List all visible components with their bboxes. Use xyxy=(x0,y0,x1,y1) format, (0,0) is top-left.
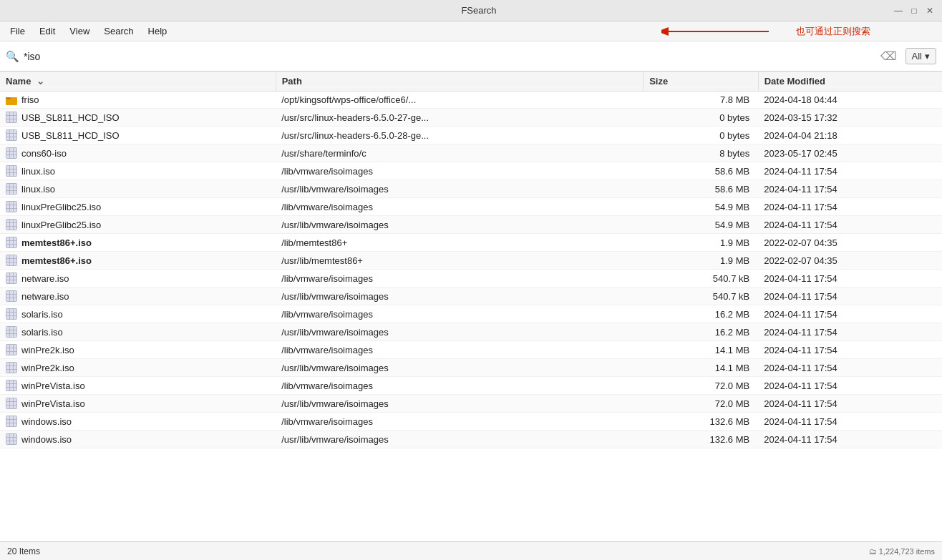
cell-path: /lib/vmware/isoimages xyxy=(276,305,644,323)
table-row[interactable]: memtest86+.iso/lib/memtest86+1.9 MB2022-… xyxy=(0,234,942,252)
svg-rect-151 xyxy=(6,370,9,373)
file-name: memtest86+.iso xyxy=(21,255,92,266)
table-row[interactable]: linux.iso/lib/vmware/isoimages58.6 MB202… xyxy=(0,162,942,180)
svg-rect-40 xyxy=(14,170,16,172)
clear-search-button[interactable]: ⌫ xyxy=(876,48,901,64)
maximize-button[interactable]: □ xyxy=(909,6,919,16)
menu-search[interactable]: Search xyxy=(97,23,140,39)
svg-rect-133 xyxy=(14,334,16,337)
svg-rect-153 xyxy=(14,370,16,373)
annotation-text: 也可通过正则搜索 xyxy=(796,25,870,38)
svg-rect-62 xyxy=(10,209,13,212)
column-header-size[interactable]: Size xyxy=(644,72,758,92)
svg-rect-20 xyxy=(14,134,16,137)
svg-rect-128 xyxy=(6,330,9,333)
cell-date: 2024-04-11 17:54 xyxy=(758,270,942,288)
table-row[interactable]: windows.iso/usr/lib/vmware/isoimages132.… xyxy=(0,431,942,448)
close-button[interactable]: ✕ xyxy=(925,6,935,16)
cell-path: /opt/kingsoft/wps-office/office6/... xyxy=(276,92,644,109)
svg-rect-81 xyxy=(6,245,9,247)
svg-rect-70 xyxy=(14,223,16,226)
svg-rect-186 xyxy=(10,434,13,437)
table-row[interactable]: winPre2k.iso/lib/vmware/isoimages14.1 MB… xyxy=(0,341,942,359)
cell-date: 2024-04-11 17:54 xyxy=(758,377,942,395)
svg-rect-102 xyxy=(10,280,13,283)
svg-rect-50 xyxy=(14,187,16,190)
file-name: linuxPreGlibc25.iso xyxy=(21,220,101,230)
svg-rect-73 xyxy=(14,227,16,230)
table-row[interactable]: netware.iso/lib/vmware/isoimages540.7 kB… xyxy=(0,270,942,288)
svg-rect-109 xyxy=(10,295,13,298)
svg-rect-165 xyxy=(6,398,9,401)
table-row[interactable]: linux.iso/usr/lib/vmware/isoimages58.6 M… xyxy=(0,180,942,198)
menu-file[interactable]: File xyxy=(3,23,32,39)
svg-rect-69 xyxy=(10,223,13,226)
svg-rect-150 xyxy=(14,366,16,369)
svg-rect-58 xyxy=(6,205,9,208)
svg-rect-23 xyxy=(14,137,16,140)
table-row[interactable]: memtest86+.iso/usr/lib/memtest86+1.9 MB2… xyxy=(0,252,942,270)
search-bar: 🔍 ⌫ All ▾ xyxy=(0,41,942,72)
svg-rect-5 xyxy=(6,112,9,115)
cell-path: /usr/lib/vmware/isoimages xyxy=(276,395,644,413)
cell-size: 0 bytes xyxy=(644,127,758,144)
cell-date: 2024-04-11 17:54 xyxy=(758,413,942,431)
cell-size: 7.8 MB xyxy=(644,92,758,109)
filter-dropdown[interactable]: All ▾ xyxy=(905,48,936,64)
svg-rect-56 xyxy=(10,202,13,205)
table-row[interactable]: cons60-iso/usr/share/terminfo/c8 bytes20… xyxy=(0,144,942,162)
svg-rect-178 xyxy=(6,420,9,423)
svg-rect-119 xyxy=(10,313,13,315)
table-row[interactable]: solaris.iso/usr/lib/vmware/isoimages16.2… xyxy=(0,323,942,341)
svg-rect-168 xyxy=(6,402,9,405)
svg-rect-41 xyxy=(6,173,9,176)
search-input[interactable] xyxy=(24,51,872,62)
svg-rect-53 xyxy=(14,191,16,194)
minimize-button[interactable]: — xyxy=(893,6,903,16)
table-row[interactable]: USB_SL811_HCD_ISO/usr/src/linux-headers-… xyxy=(0,127,942,144)
filter-label: All xyxy=(912,51,922,62)
cell-size: 16.2 MB xyxy=(644,323,758,341)
column-header-name[interactable]: Name ⌄ xyxy=(0,72,276,92)
cell-size: 14.1 MB xyxy=(644,359,758,377)
svg-rect-101 xyxy=(6,280,9,283)
svg-rect-162 xyxy=(10,388,13,390)
table-row[interactable]: winPreVista.iso/usr/lib/vmware/isoimages… xyxy=(0,395,942,413)
file-name: winPre2k.iso xyxy=(21,345,74,355)
svg-rect-137 xyxy=(14,345,16,348)
svg-rect-138 xyxy=(6,348,9,351)
iso-file-icon xyxy=(6,147,17,159)
table-row[interactable]: linuxPreGlibc25.iso/usr/lib/vmware/isoim… xyxy=(0,216,942,234)
table-row[interactable]: winPreVista.iso/lib/vmware/isoimages72.0… xyxy=(0,377,942,395)
iso-file-icon xyxy=(6,416,17,427)
svg-rect-38 xyxy=(6,170,9,172)
cell-path: /lib/memtest86+ xyxy=(276,234,644,252)
cell-name: friso xyxy=(0,92,276,109)
table-row[interactable]: solaris.iso/lib/vmware/isoimages16.2 MB2… xyxy=(0,305,942,323)
svg-rect-88 xyxy=(6,259,9,262)
table-row[interactable]: netware.iso/usr/lib/vmware/isoimages540.… xyxy=(0,288,942,305)
svg-rect-96 xyxy=(10,273,13,276)
svg-rect-49 xyxy=(10,187,13,190)
menu-edit[interactable]: Edit xyxy=(32,23,62,39)
table-row[interactable]: linuxPreGlibc25.iso/lib/vmware/isoimages… xyxy=(0,198,942,216)
cell-path: /usr/lib/vmware/isoimages xyxy=(276,323,644,341)
table-row[interactable]: USB_SL811_HCD_ISO/usr/src/linux-headers-… xyxy=(0,109,942,127)
svg-rect-170 xyxy=(14,402,16,405)
cell-date: 2024-04-11 17:54 xyxy=(758,162,942,180)
menu-help[interactable]: Help xyxy=(141,23,175,39)
file-name: winPreVista.iso xyxy=(21,380,85,391)
iso-file-icon xyxy=(6,112,17,123)
table-row[interactable]: windows.iso/lib/vmware/isoimages132.6 MB… xyxy=(0,413,942,431)
cell-date: 2024-04-11 17:54 xyxy=(758,216,942,234)
window-controls[interactable]: — □ ✕ xyxy=(893,6,935,16)
column-header-path[interactable]: Path xyxy=(276,72,644,92)
cell-size: 14.1 MB xyxy=(644,341,758,359)
table-row[interactable]: friso/opt/kingsoft/wps-office/office6/..… xyxy=(0,92,942,109)
table-row[interactable]: winPre2k.iso/usr/lib/vmware/isoimages14.… xyxy=(0,359,942,377)
iso-file-icon xyxy=(6,201,17,212)
column-header-date[interactable]: Date Modified xyxy=(758,72,942,92)
folder-icon xyxy=(6,95,17,105)
menu-view[interactable]: View xyxy=(62,23,97,39)
svg-rect-179 xyxy=(10,420,13,423)
